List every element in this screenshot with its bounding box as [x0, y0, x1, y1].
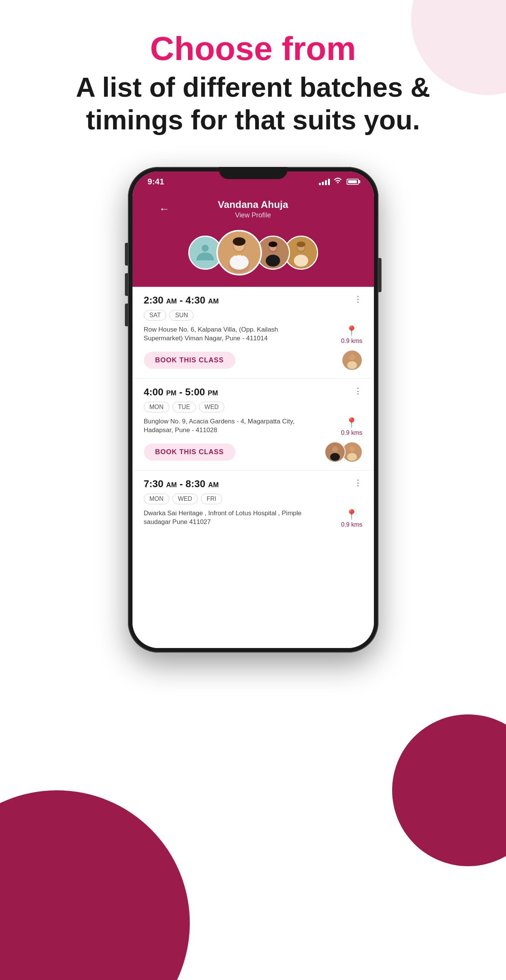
class-item: 2:30 AM - 4:30 AM ⋮ SAT SUN Row House No…	[132, 287, 374, 379]
svg-point-17	[294, 255, 308, 267]
day-badge: FRI	[201, 493, 222, 504]
phone-wrapper: 9:41	[0, 167, 506, 652]
days-row-1: SAT SUN	[144, 310, 362, 321]
location-pin-icon-3: 📍	[345, 509, 358, 520]
location-pin-icon: 📍	[345, 325, 358, 337]
header-section: Choose from A list of different batches …	[0, 0, 506, 159]
phone-screen: 9:41	[132, 172, 374, 648]
profile-photos-row	[148, 230, 359, 275]
svg-point-6	[229, 255, 248, 269]
app-header: ← Vandana Ahuja View Profile	[132, 192, 374, 287]
day-badge: MON	[144, 402, 169, 412]
instructor-info: Vandana Ahuja View Profile	[218, 199, 288, 219]
more-options-2[interactable]: ⋮	[354, 386, 362, 396]
svg-point-8	[238, 253, 240, 255]
address-3: Dwarka Sai Heritage , Infront of Lotus H…	[144, 509, 308, 527]
location-info-2: 📍 0.9 kms	[341, 417, 362, 436]
bg-decoration-bottom-left	[0, 790, 190, 980]
class-item-3: 7:30 AM - 8:30 AM ⋮ MON WED FRI Dwarka S…	[132, 471, 374, 541]
more-options-1[interactable]: ⋮	[354, 294, 362, 304]
location-info-1: 📍 0.9 kms	[341, 325, 362, 345]
svg-point-14	[268, 241, 277, 247]
class-time-1: 2:30 AM - 4:30 AM	[144, 294, 219, 306]
signal-icon	[319, 178, 330, 185]
header-row: ← Vandana Ahuja View Profile	[148, 196, 359, 222]
svg-point-24	[332, 446, 337, 452]
svg-point-0	[201, 245, 208, 251]
day-badge: SUN	[169, 310, 193, 321]
instructor-name: Vandana Ahuja	[218, 199, 288, 210]
book-class-button-2[interactable]: BOOK THIS CLASS	[144, 444, 235, 461]
phone-frame: 9:41	[128, 167, 378, 652]
day-badge: SAT	[144, 310, 167, 321]
main-avatar-image	[218, 230, 260, 275]
main-avatar[interactable]	[216, 230, 262, 275]
class-info-row-3: Dwarka Sai Heritage , Infront of Lotus H…	[144, 509, 362, 528]
battery-icon	[346, 179, 359, 185]
day-badge: MON	[144, 493, 169, 504]
book-class-button-1[interactable]: BOOK THIS CLASS	[144, 352, 235, 369]
trainer-avatar-2a	[324, 442, 345, 463]
bg-decoration-bottom-right	[392, 714, 506, 866]
svg-point-28	[347, 453, 357, 461]
days-row-3: MON WED FRI	[144, 493, 362, 504]
day-badge: WED	[199, 402, 224, 412]
class-time-2: 4:00 PM - 5:00 PM	[144, 386, 218, 398]
trainer-avatars-1	[342, 350, 362, 371]
svg-point-12	[266, 255, 280, 267]
class-header-3: 7:30 AM - 8:30 AM ⋮	[144, 478, 362, 490]
svg-point-5	[233, 237, 246, 245]
day-badge: WED	[172, 493, 198, 504]
phone-notch	[219, 167, 287, 179]
status-time: 9:41	[148, 177, 164, 187]
view-profile-link[interactable]: View Profile	[218, 211, 288, 219]
wifi-icon	[334, 177, 342, 186]
svg-point-22	[347, 361, 357, 369]
location-pin-icon-2: 📍	[345, 417, 358, 429]
book-row-2: BOOK THIS CLASS	[144, 442, 362, 463]
trainer-avatar	[342, 350, 362, 371]
trainer-avatar-img	[342, 350, 362, 371]
trainer-avatar-img-2a	[325, 442, 345, 463]
class-item-2: 4:00 PM - 5:00 PM ⋮ MON TUE WED Bunglow …	[132, 379, 374, 471]
svg-point-7	[235, 253, 238, 256]
subtitle-line2: timings for that suits you.	[86, 105, 420, 135]
svg-point-9	[241, 253, 243, 256]
distance-3: 0.9 kms	[341, 521, 362, 528]
back-button[interactable]: ←	[159, 203, 170, 215]
subtitle-line1: A list of different batches &	[76, 72, 430, 102]
person-icon	[195, 242, 215, 263]
choose-from-heading: Choose from	[0, 30, 506, 67]
class-header-2: 4:00 PM - 5:00 PM ⋮	[144, 386, 362, 398]
svg-point-25	[330, 453, 340, 461]
address-1: Row House No. 6, Kalpana Villa, (Opp. Ka…	[144, 325, 308, 344]
day-badge: TUE	[172, 402, 196, 412]
class-header-1: 2:30 AM - 4:30 AM ⋮	[144, 294, 362, 306]
book-row-1: BOOK THIS CLASS	[144, 350, 362, 371]
distance-2: 0.9 kms	[341, 430, 362, 436]
location-info-3: 📍 0.9 kms	[341, 509, 362, 528]
svg-point-19	[297, 241, 305, 247]
more-options-3[interactable]: ⋮	[354, 478, 362, 488]
address-2: Bunglow No. 9, Acacia Gardens - 4, Magar…	[144, 417, 308, 435]
svg-point-27	[349, 446, 354, 452]
class-info-row-2: Bunglow No. 9, Acacia Gardens - 4, Magar…	[144, 417, 362, 436]
distance-1: 0.9 kms	[341, 338, 362, 345]
subtitle: A list of different batches & timings fo…	[0, 71, 506, 137]
class-list: 2:30 AM - 4:30 AM ⋮ SAT SUN Row House No…	[132, 287, 374, 648]
class-time-3: 7:30 AM - 8:30 AM	[144, 478, 219, 490]
class-info-row-1: Row House No. 6, Kalpana Villa, (Opp. Ka…	[144, 325, 362, 345]
status-icons	[319, 177, 359, 186]
svg-point-21	[349, 354, 354, 360]
trainer-avatars-2	[324, 442, 362, 463]
days-row-2: MON TUE WED	[144, 402, 362, 412]
phone-content: 9:41	[132, 172, 374, 648]
